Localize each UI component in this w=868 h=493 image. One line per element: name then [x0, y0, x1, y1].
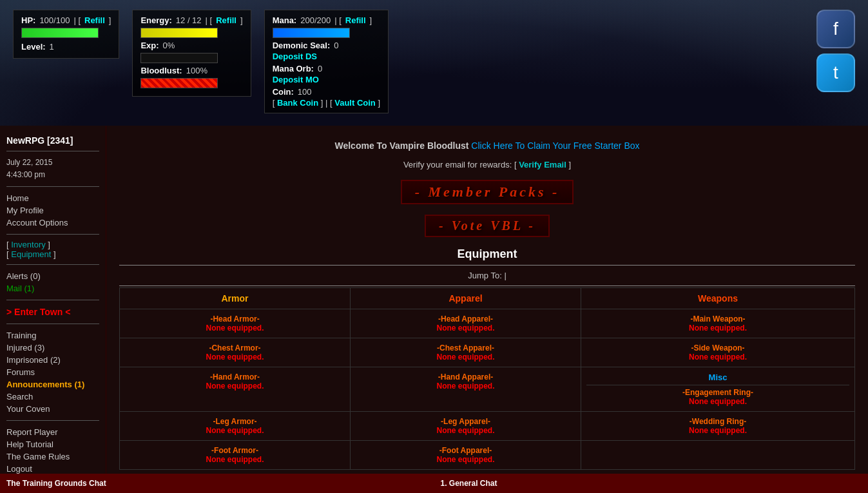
vote-vbl-banner[interactable]: - Vote VBL - — [425, 215, 550, 237]
sidebar-item-mail[interactable]: Mail (1) — [6, 282, 99, 295]
energy-bracket: ] — [240, 15, 243, 25]
vote-vbl-section: - Vote VBL - — [119, 211, 855, 237]
exp-bar-container — [140, 53, 218, 63]
verify-email-link[interactable]: Verify Email — [519, 160, 566, 169]
mana-stat-box: Mana: 200/200 | [ Refill ] Demonic Seal:… — [264, 10, 389, 113]
coin-bracket-close: ] — [378, 98, 380, 108]
training-chat-bar[interactable]: The Training Grounds Chat — [0, 474, 434, 493]
equipment-table: Armor Apparel Weapons -Head Armor- None … — [119, 287, 855, 470]
vault-coin-link[interactable]: Vault Coin — [334, 98, 376, 108]
verify-bracket-open: [ — [514, 160, 517, 169]
mana-bar-container — [273, 28, 350, 38]
table-row: -Head Armor- None equipped. -Head Appare… — [120, 309, 855, 338]
sidebar-item-announcements[interactable]: Announcements (1) — [6, 378, 99, 391]
chest-apparel-slot: -Chest Apparel- — [356, 343, 575, 353]
jump-to-bar: Jump To: | — [119, 266, 855, 285]
bracket-open-1: [ — [6, 240, 9, 249]
jump-to-label: Jump To: — [468, 271, 502, 280]
mana-sep: | [ — [334, 15, 342, 25]
sidebar-item-account[interactable]: Account Options — [6, 217, 99, 229]
leg-apparel-cell: -Leg Apparel- None equipped. — [351, 412, 581, 441]
bloodlust-label: Bloodlust: — [140, 66, 182, 75]
leg-apparel-slot: -Leg Apparel- — [356, 417, 575, 426]
misc-header-inline: Misc — [586, 372, 849, 385]
hand-apparel-cell: -Hand Apparel- None equipped. — [351, 367, 581, 412]
sidebar-item-alerts[interactable]: Alerts (0) — [6, 270, 99, 282]
sidebar-divider-4 — [6, 264, 99, 265]
foot-armor-cell: -Foot Armor- None equipped. — [120, 441, 351, 470]
mana-bracket: ] — [370, 15, 372, 25]
hand-apparel-slot: -Hand Apparel- — [356, 372, 575, 382]
chest-armor-slot: -Chest Armor- — [125, 343, 345, 353]
table-row: -Leg Armor- None equipped. -Leg Apparel-… — [120, 412, 855, 441]
foot-apparel-cell: -Foot Apparel- None equipped. — [351, 441, 581, 470]
header: HP: 100/100 | [ Refill ] Level: 1 Energy… — [0, 0, 868, 126]
sidebar: NewRPG [2341] July 22, 2015 4:43:00 pm H… — [0, 126, 106, 493]
sidebar-item-search[interactable]: Search — [6, 391, 99, 403]
sidebar-item-home[interactable]: Home — [6, 192, 99, 204]
sidebar-item-report[interactable]: Report Player — [6, 426, 99, 438]
sidebar-divider-5 — [6, 300, 99, 300]
energy-refill-link[interactable]: Refill — [216, 15, 236, 25]
table-row: -Chest Armor- None equipped. -Chest Appa… — [120, 338, 855, 367]
chest-apparel-cell: -Chest Apparel- None equipped. — [351, 338, 581, 367]
equipment-section: Equipment Jump To: | Armor Apparel Weapo… — [119, 244, 855, 470]
equip-header-row: Armor Apparel Weapons — [120, 288, 855, 309]
sidebar-item-forums[interactable]: Forums — [6, 366, 99, 378]
head-apparel-slot: -Head Apparel- — [356, 314, 575, 324]
armor-header: Armor — [120, 288, 351, 309]
engagement-ring-value: None equipped. — [586, 397, 849, 406]
sidebar-date: July 22, 2015 — [6, 157, 99, 169]
sidebar-item-coven[interactable]: Your Coven — [6, 403, 99, 415]
bloodlust-bar-container — [140, 78, 218, 88]
sidebar-item-profile[interactable]: My Profile — [6, 204, 99, 217]
chat-bars: The Training Grounds Chat 1. General Cha… — [0, 474, 868, 493]
sidebar-item-imprisoned[interactable]: Imprisoned (2) — [6, 354, 99, 366]
bank-coin-link[interactable]: Bank Coin — [277, 98, 318, 108]
head-apparel-value: None equipped. — [356, 324, 575, 333]
sidebar-item-enter-town[interactable]: > Enter Town < — [6, 305, 99, 318]
hp-refill-link[interactable]: Refill — [84, 15, 105, 25]
engagement-ring-cell: Misc -Engagement Ring- None equipped. — [581, 367, 855, 412]
general-chat-label: 1. General Chat — [441, 479, 497, 488]
verify-text: Verify your email for rewards: — [403, 160, 512, 169]
sidebar-item-rules[interactable]: The Game Rules — [6, 450, 99, 463]
level-label: Level: — [21, 42, 46, 52]
misc-empty-cell — [581, 441, 855, 470]
claim-starter-box-link[interactable]: Click Here To Claim Your Free Starter Bo… — [471, 140, 639, 151]
equipment-bottom-divider — [119, 285, 855, 286]
table-row: -Foot Armor- None equipped. -Foot Appare… — [120, 441, 855, 470]
hp-value: 100/100 — [39, 15, 70, 25]
general-chat-bar[interactable]: 1. General Chat — [434, 474, 869, 493]
hand-apparel-value: None equipped. — [356, 382, 575, 391]
wedding-ring-cell: -Wedding Ring- None equipped. — [581, 412, 855, 441]
sidebar-item-help[interactable]: Help Tutorial — [6, 438, 99, 450]
bracket-open-2: [ — [6, 249, 9, 259]
sidebar-item-injured[interactable]: Injured (3) — [6, 342, 99, 354]
mana-refill-link[interactable]: Refill — [345, 15, 366, 25]
main-weapon-cell: -Main Weapon- None equipped. — [581, 309, 855, 338]
jump-to-separator: | — [504, 271, 506, 280]
twitter-button[interactable]: t — [816, 53, 855, 92]
mana-value: 200/200 — [300, 15, 331, 25]
member-packs-section: - Member Packs - — [119, 180, 855, 204]
deposit-mo-link[interactable]: Deposit MO — [273, 75, 319, 84]
sidebar-item-equipment[interactable]: Equipment — [11, 248, 51, 260]
sidebar-item-training[interactable]: Training — [6, 329, 99, 342]
ds-label: Demonic Seal: — [273, 41, 331, 50]
training-chat-label: The Training Grounds Chat — [6, 479, 106, 488]
hand-armor-value: None equipped. — [125, 382, 345, 391]
hand-armor-cell: -Hand Armor- None equipped. — [120, 367, 351, 412]
facebook-button[interactable]: f — [816, 10, 855, 48]
foot-apparel-value: None equipped. — [356, 455, 575, 464]
ds-value: 0 — [334, 41, 338, 50]
head-armor-value: None equipped. — [125, 324, 345, 333]
deposit-ds-link[interactable]: Deposit DS — [273, 52, 317, 61]
sidebar-time: 4:43:00 pm — [6, 169, 99, 181]
member-packs-banner[interactable]: - Member Packs - — [401, 180, 574, 204]
hp-separator: | [ — [73, 15, 81, 25]
hp-bar — [22, 28, 98, 37]
hp-bar-container — [21, 28, 99, 38]
foot-apparel-slot: -Foot Apparel- — [356, 446, 575, 455]
weapons-header: Weapons — [581, 288, 855, 309]
